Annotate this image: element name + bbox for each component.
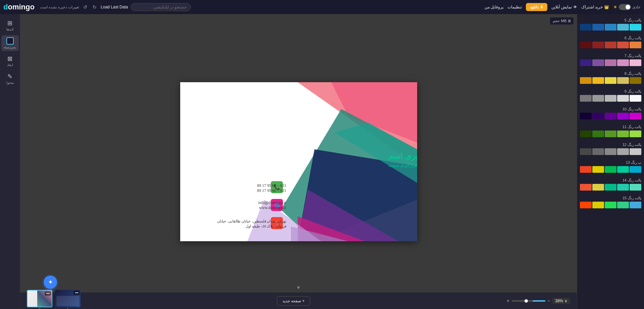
- palette-swatch[interactable]: [580, 131, 592, 137]
- palette-swatch[interactable]: [592, 148, 604, 155]
- palette-swatch[interactable]: [605, 95, 616, 102]
- palette-swatch[interactable]: [630, 131, 641, 137]
- palette-swatch[interactable]: [605, 202, 616, 208]
- palette-swatch[interactable]: [580, 148, 592, 155]
- palette-swatch[interactable]: [630, 42, 641, 48]
- palette-swatch[interactable]: [580, 184, 592, 191]
- palette-swatch[interactable]: [580, 202, 592, 208]
- palette-section[interactable]: پالت رنگ 5: [577, 17, 644, 35]
- palette-swatch[interactable]: [605, 131, 616, 137]
- palette-swatch[interactable]: [580, 95, 592, 102]
- palette-swatch[interactable]: [592, 59, 604, 66]
- palette-swatch[interactable]: [617, 77, 629, 84]
- palette-swatch[interactable]: [630, 113, 641, 119]
- svg-text:info@domingo.ir: info@domingo.ir: [258, 200, 286, 205]
- zoom-in-button[interactable]: +: [506, 298, 509, 304]
- palette-swatch[interactable]: [605, 24, 616, 31]
- zoom-out-button[interactable]: −: [547, 298, 550, 304]
- zoom-slider[interactable]: [512, 300, 545, 302]
- canvas-card[interactable]: محل قرار گیری اسم محل قرارگیری سمت 📞 021…: [180, 82, 417, 241]
- bottom-bar: ∨ 38% − + + صفحه جدید ••• 1 •••: [20, 292, 577, 309]
- redo-button[interactable]: ↻: [91, 4, 98, 10]
- palette-swatch[interactable]: [605, 42, 616, 48]
- subscribe-button[interactable]: 👑 خرید اشتراک: [581, 5, 609, 9]
- palette-swatch[interactable]: [592, 24, 604, 31]
- profile-button[interactable]: پروفایل من: [485, 5, 503, 9]
- palette-section[interactable]: پالت رنگ 14: [577, 177, 644, 195]
- load-last-button[interactable]: Load Last Data: [101, 5, 128, 9]
- palette-swatch[interactable]: [592, 166, 604, 173]
- page-menu-1[interactable]: •••: [73, 291, 80, 295]
- palette-swatch[interactable]: [605, 77, 616, 84]
- toolbar-item-background[interactable]: پس‌زمینه: [1, 35, 19, 51]
- search-input[interactable]: [131, 3, 191, 11]
- palette-swatch[interactable]: [580, 77, 592, 84]
- collapse-arrow[interactable]: ▼: [296, 285, 301, 290]
- palette-swatch[interactable]: [580, 59, 592, 66]
- palette-section[interactable]: پالت رنگ 11: [577, 123, 644, 141]
- palette-swatch[interactable]: [617, 59, 629, 66]
- palette-section[interactable]: پالت رنگ 6: [577, 35, 644, 52]
- mode-toggle[interactable]: [619, 4, 631, 10]
- toolbar-item-content[interactable]: ✎ محتوا: [1, 71, 19, 87]
- page-thumb-1[interactable]: •••: [55, 290, 81, 307]
- page-menu-2[interactable]: •••: [45, 291, 51, 296]
- palette-swatch[interactable]: [580, 24, 592, 31]
- palette-swatch[interactable]: [592, 95, 604, 102]
- toolbar-item-dimensions[interactable]: ⊠ ابعاد: [1, 53, 19, 69]
- background-icon: [6, 37, 14, 45]
- profile-label: پروفایل من: [485, 5, 503, 9]
- palette-swatch[interactable]: [630, 202, 641, 208]
- palette-swatch[interactable]: [617, 95, 629, 102]
- palette-swatch[interactable]: [630, 59, 641, 66]
- toolbar-item-layers[interactable]: ⊞ لایه‌ها: [1, 17, 19, 33]
- palette-swatch[interactable]: [617, 131, 629, 137]
- palette-swatch[interactable]: [605, 148, 616, 155]
- palette-swatch[interactable]: [617, 24, 629, 31]
- palette-swatch[interactable]: [605, 113, 616, 119]
- add-page-button[interactable]: + صفحه جدید: [277, 296, 310, 306]
- palette-swatch[interactable]: [580, 42, 592, 48]
- palette-swatch[interactable]: [630, 184, 641, 191]
- palette-swatch[interactable]: [617, 148, 629, 155]
- palette-swatch[interactable]: [617, 166, 629, 173]
- magic-wand-button[interactable]: ✦: [44, 275, 57, 289]
- sun-icon: ☀: [613, 4, 617, 10]
- palette-swatch[interactable]: [592, 184, 604, 191]
- palette-swatch[interactable]: [605, 166, 616, 173]
- palette-swatch[interactable]: [617, 42, 629, 48]
- palette-swatch[interactable]: [630, 95, 641, 102]
- main-canvas-area: ⊞ MB حجم محل قرار گ: [20, 14, 577, 309]
- palette-swatch[interactable]: [605, 59, 616, 66]
- palette-swatch[interactable]: [580, 113, 592, 119]
- palette-row: [580, 95, 641, 102]
- palette-swatch[interactable]: [617, 202, 629, 208]
- palette-swatch[interactable]: [592, 202, 604, 208]
- page-thumb-2[interactable]: •••: [27, 290, 52, 307]
- palette-swatch[interactable]: [630, 166, 641, 173]
- palette-swatch[interactable]: [592, 42, 604, 48]
- palette-section[interactable]: پالت رنگ 10: [577, 106, 644, 123]
- palette-swatch[interactable]: [617, 113, 629, 119]
- palette-section[interactable]: پالت رنگ 15: [577, 195, 644, 212]
- palette-swatch[interactable]: [630, 77, 641, 84]
- palette-section[interactable]: پالت رنگ 9: [577, 88, 644, 106]
- palette-section[interactable]: پ رنگ 13: [577, 159, 644, 177]
- palette-swatch[interactable]: [592, 131, 604, 137]
- zoom-level[interactable]: ∨ 38%: [552, 298, 570, 304]
- palette-swatch[interactable]: [580, 166, 592, 173]
- settings-button[interactable]: تنظیمات: [507, 5, 522, 9]
- palette-swatch[interactable]: [605, 184, 616, 191]
- palette-section[interactable]: پالت رنگ 7: [577, 52, 644, 70]
- palette-swatch[interactable]: [617, 184, 629, 191]
- palette-section[interactable]: پالت رنگ 8: [577, 70, 644, 88]
- palette-swatch[interactable]: [592, 77, 604, 84]
- palette-swatch[interactable]: [592, 113, 604, 119]
- online-preview-button[interactable]: 👁 نمایش آنلاین: [551, 5, 577, 9]
- palette-row: [580, 148, 641, 155]
- palette-swatch[interactable]: [630, 24, 641, 31]
- palette-section[interactable]: پالت رنگ 12: [577, 141, 644, 159]
- palette-swatch[interactable]: [630, 148, 641, 155]
- undo-button[interactable]: ↺: [82, 4, 89, 10]
- download-button[interactable]: ⬇ دانلود: [526, 3, 547, 11]
